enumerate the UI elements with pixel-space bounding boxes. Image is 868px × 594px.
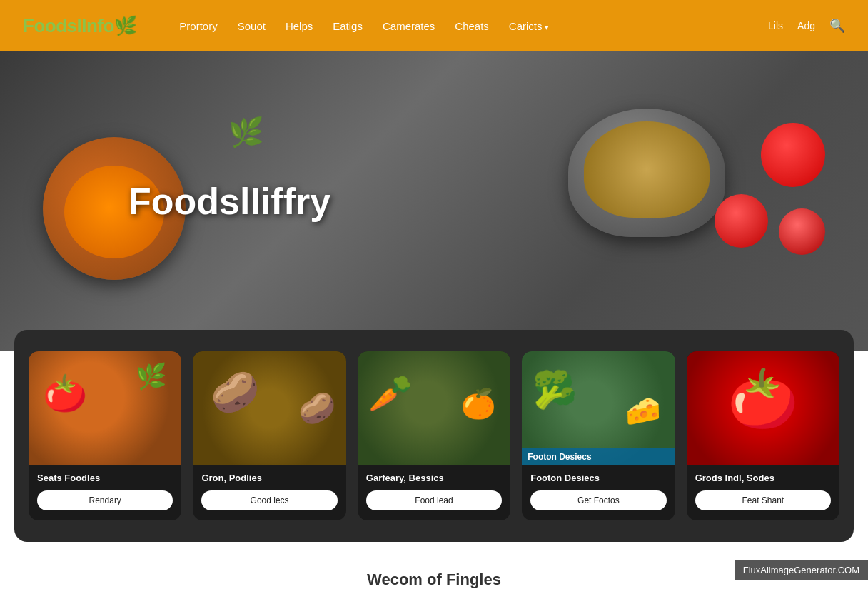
- food-card-2-body: Gron, Podlies Good lecs: [193, 465, 345, 520]
- nav-item-helps[interactable]: Helps: [286, 20, 313, 32]
- logo-text: FoodslInfo: [23, 15, 114, 36]
- nav-right-adg[interactable]: Adg: [797, 20, 815, 31]
- hero-tomato-2: [715, 194, 768, 248]
- food-card-4: Footon Desiecs Footon Desiecs Get Foctos: [522, 351, 675, 520]
- welcome-title: Wecom of Fingles: [14, 570, 854, 589]
- hero-bowl-right: [568, 109, 725, 237]
- nav-item-eatigs[interactable]: Eatigs: [333, 20, 363, 32]
- food-card-3-btn[interactable]: Food lead: [366, 490, 502, 510]
- search-icon[interactable]: 🔍: [829, 18, 845, 34]
- hero-tomato-3: [779, 208, 825, 255]
- nav-item-cheats[interactable]: Cheats: [455, 20, 489, 32]
- logo-leaf: 🌿: [114, 15, 137, 36]
- food-card-4-body: Footon Desiecs Get Foctos: [522, 465, 675, 520]
- watermark: FluxAllmageGenerator.COM: [735, 560, 868, 580]
- food-card-1-image: [29, 351, 181, 465]
- food-card-2-image: [193, 351, 345, 465]
- logo[interactable]: FoodslInfo🌿: [23, 15, 136, 37]
- food-card-2: Gron, Podlies Good lecs: [193, 351, 345, 520]
- navbar: FoodslInfo🌿 Prortory Souot Helps Eatigs …: [0, 0, 868, 51]
- nav-links: Prortory Souot Helps Eatigs Camerates Ch…: [179, 20, 768, 32]
- food-card-4-title: Footon Desiecs: [530, 473, 666, 483]
- food-card-3-body: Garfeary, Bessics Food lead: [358, 465, 510, 520]
- hero-leaves-icon: 🌿: [228, 116, 264, 149]
- food-card-1-btn[interactable]: Rendary: [37, 490, 173, 510]
- food-card-5-btn[interactable]: Feat Shant: [695, 490, 831, 510]
- food-card-5-body: Grods Indl, Sodes Feat Shant: [687, 465, 839, 520]
- food-card-2-btn[interactable]: Good lecs: [201, 490, 337, 510]
- food-card-5-image: [687, 351, 839, 465]
- food-card-3-title: Garfeary, Bessics: [366, 473, 502, 483]
- food-card-3: Garfeary, Bessics Food lead: [358, 351, 510, 520]
- food-card-5-title: Grods Indl, Sodes: [695, 473, 831, 483]
- food-card-1-title: Seats Foodles: [37, 473, 173, 483]
- nav-item-souot[interactable]: Souot: [238, 20, 266, 32]
- food-card-5: Grods Indl, Sodes Feat Shant: [687, 351, 839, 520]
- hero-title: FoodslIiffry: [128, 180, 330, 223]
- nav-right-lils[interactable]: Lils: [768, 20, 783, 31]
- hero-section: 🌿 FoodslIiffry: [0, 51, 868, 351]
- cards-section: Seats Foodles Rendary Gron, Podlies Good…: [14, 330, 854, 542]
- hero-tomato-1: [761, 123, 825, 187]
- nav-item-caricts[interactable]: Caricts: [509, 20, 549, 32]
- food-card-4-btn[interactable]: Get Foctos: [530, 490, 666, 510]
- food-card-4-overlay: Footon Desiecs: [522, 448, 675, 465]
- food-card-2-title: Gron, Podlies: [201, 473, 337, 483]
- food-card-4-image: Footon Desiecs: [522, 351, 675, 465]
- food-card-3-image: [358, 351, 510, 465]
- nav-item-camerates[interactable]: Camerates: [383, 20, 435, 32]
- nav-item-prortory[interactable]: Prortory: [179, 20, 217, 32]
- navbar-right: Lils Adg 🔍: [768, 18, 845, 34]
- food-card-1-body: Seats Foodles Rendary: [29, 465, 181, 520]
- food-card-1: Seats Foodles Rendary: [29, 351, 181, 520]
